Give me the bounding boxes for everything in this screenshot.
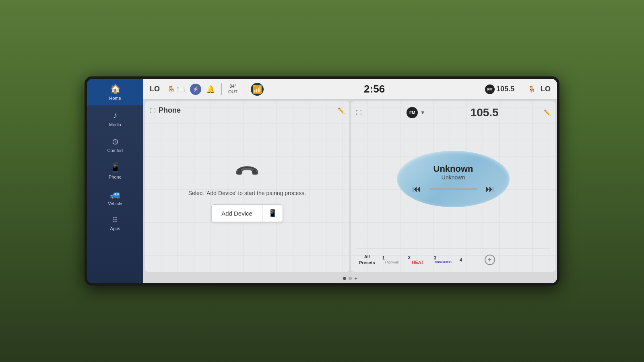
sidebar: 🏠 Home ♪ Media ⊙ Comfort 📱 Phone 🚙 bbox=[87, 79, 143, 283]
divider-2 bbox=[244, 83, 244, 95]
add-preset-button[interactable]: + bbox=[485, 255, 495, 265]
wifi-status[interactable]: 📶 bbox=[251, 83, 264, 96]
comfort-icon: ⊙ bbox=[112, 137, 119, 146]
pagination-dot-2[interactable] bbox=[349, 277, 352, 280]
steering-icon: 🍽️ bbox=[177, 85, 185, 93]
radio-dropdown-arrow[interactable]: ▼ bbox=[420, 110, 425, 115]
fm-status: FM 105.5 bbox=[485, 84, 514, 94]
phone-content: 📞 Select 'Add Device' to start the pairi… bbox=[150, 118, 345, 267]
radio-fm-badge[interactable]: FM bbox=[407, 107, 418, 118]
track-title: Unknown bbox=[433, 164, 473, 174]
add-device-button[interactable]: Add Device 📱 bbox=[211, 204, 283, 222]
sidebar-item-apps[interactable]: ⠿ Apps bbox=[87, 211, 143, 236]
expand-icon[interactable]: ⛶ bbox=[150, 107, 155, 114]
divider-3 bbox=[521, 83, 521, 95]
media-icon: ♪ bbox=[113, 110, 118, 121]
next-track-button[interactable]: ⏭ bbox=[485, 184, 494, 194]
preset-2[interactable]: 2 HEAT bbox=[406, 254, 430, 265]
clock: 2:56 bbox=[268, 83, 480, 95]
edit-icon[interactable]: ✏️ bbox=[338, 107, 345, 114]
preset-all[interactable]: All Presets bbox=[356, 252, 378, 267]
playback-progress bbox=[429, 188, 477, 190]
phone-pairing-message: Select 'Add Device' to start the pairing… bbox=[188, 190, 306, 196]
missed-call-icon: 📞 bbox=[233, 158, 261, 186]
screen-inner: 🏠 Home ♪ Media ⊙ Comfort 📱 Phone 🚙 bbox=[87, 79, 557, 283]
preset-3[interactable]: 3 SiriusHits1 bbox=[431, 255, 456, 265]
radio-frequency: 105.5 bbox=[496, 85, 514, 93]
main-content: LO 🪑 🍽️ ⚡ 🔔 84° OUT bbox=[143, 79, 557, 283]
car-background: 🏠 Home ♪ Media ⊙ Comfort 📱 Phone 🚙 bbox=[0, 0, 644, 362]
bell-icon: 🔔 bbox=[206, 85, 215, 94]
seat-heat-left[interactable]: 🪑 🍽️ bbox=[167, 85, 185, 93]
radio-edit-icon[interactable]: ✏️ bbox=[544, 109, 551, 116]
widgets-area: ⛶ Phone ✏️ 📞 Select 'Add Device' to star… bbox=[143, 100, 557, 274]
radio-freq-display: 105.5 bbox=[471, 106, 499, 119]
add-device-label: Add Device bbox=[212, 206, 262, 221]
phone-widget-header: ⛶ Phone ✏️ bbox=[150, 106, 345, 115]
apps-icon: ⠿ bbox=[112, 216, 118, 224]
vehicle-icon: 🚙 bbox=[110, 189, 121, 200]
radio-album-art: Unknown Unknown ⏮ ⏭ bbox=[397, 151, 510, 207]
add-device-icon-area: 📱 bbox=[262, 205, 283, 222]
phone-widget-title: Phone bbox=[159, 106, 181, 115]
sidebar-item-vehicle[interactable]: 🚙 Vehicle bbox=[87, 184, 143, 211]
phone-icon: 📱 bbox=[110, 162, 121, 173]
prev-track-button[interactable]: ⏮ bbox=[412, 184, 421, 194]
home-icon: 🏠 bbox=[110, 84, 121, 94]
seat-heat-right[interactable]: 🪑 bbox=[528, 85, 536, 93]
sidebar-item-phone[interactable]: 📱 Phone bbox=[87, 158, 143, 184]
radio-playback-controls: ⏮ ⏭ bbox=[412, 184, 494, 194]
phone-widget: ⛶ Phone ✏️ 📞 Select 'Add Device' to star… bbox=[145, 101, 349, 272]
wifi-icon: 📶 bbox=[251, 83, 264, 96]
sidebar-item-media[interactable]: ♪ Media bbox=[87, 105, 143, 132]
radio-presets: All Presets 1 Highway 2 HEAT bbox=[356, 249, 551, 267]
bluetooth-icon: ⚡ bbox=[190, 84, 201, 95]
seat-icon-left: 🪑 bbox=[167, 85, 175, 93]
pagination: + bbox=[143, 274, 557, 283]
right-temp: LO bbox=[541, 85, 551, 93]
screen-bezel: 🏠 Home ♪ Media ⊙ Comfort 📱 Phone 🚙 bbox=[85, 76, 559, 286]
divider-1 bbox=[221, 83, 222, 95]
radio-expand-icon[interactable]: ⛶ bbox=[356, 109, 361, 116]
pagination-dot-1[interactable] bbox=[343, 277, 346, 280]
sidebar-item-comfort[interactable]: ⊙ Comfort bbox=[87, 132, 143, 158]
radio-player: Unknown Unknown ⏮ ⏭ bbox=[356, 121, 551, 245]
status-bar: LO 🪑 🍽️ ⚡ 🔔 84° OUT bbox=[143, 79, 557, 100]
outside-temp: 84° OUT bbox=[228, 84, 237, 94]
phone-title-row: ⛶ Phone bbox=[150, 106, 181, 115]
fm-badge: FM bbox=[485, 84, 495, 94]
sidebar-item-home[interactable]: 🏠 Home bbox=[87, 79, 143, 105]
preset-1[interactable]: 1 Highway bbox=[380, 255, 404, 265]
radio-widget: ⛶ FM ▼ 105.5 ✏️ bbox=[351, 101, 555, 272]
add-page-button[interactable]: + bbox=[354, 275, 357, 282]
track-artist: Unknown bbox=[442, 174, 465, 181]
radio-band-selector: FM ▼ bbox=[407, 107, 425, 118]
preset-4[interactable]: 4 bbox=[457, 257, 481, 263]
radio-header: ⛶ FM ▼ 105.5 ✏️ bbox=[356, 106, 551, 119]
phone-settings-icon: 📱 bbox=[268, 209, 277, 218]
bluetooth-status[interactable]: ⚡ bbox=[190, 84, 201, 95]
left-temp: LO bbox=[150, 85, 163, 93]
seat-icon-right: 🪑 bbox=[528, 85, 536, 93]
bell-notification[interactable]: 🔔 bbox=[206, 85, 215, 94]
